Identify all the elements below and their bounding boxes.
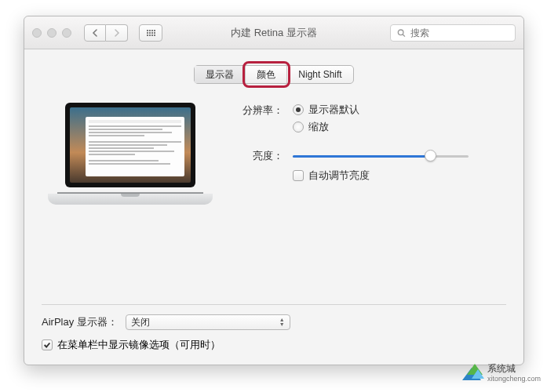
checkbox-label: 在菜单栏中显示镜像选项（可用时）	[57, 338, 221, 352]
radio-label: 缩放	[308, 120, 329, 134]
radio-icon	[293, 104, 304, 115]
checkbox-icon	[42, 339, 53, 350]
auto-brightness-checkbox[interactable]: 自动调节亮度	[293, 169, 500, 183]
checkbox-label: 自动调节亮度	[308, 169, 370, 183]
zoom-icon[interactable]	[62, 28, 71, 38]
laptop-graphic	[48, 103, 213, 205]
resolution-option-default[interactable]: 显示器默认	[293, 103, 500, 117]
display-preview	[48, 101, 228, 205]
watermark-icon	[462, 364, 483, 384]
search-field[interactable]	[390, 24, 516, 42]
resolution-label: 分辨率：	[228, 103, 283, 118]
content-area: 分辨率： 显示器默认 缩放 亮度：	[24, 84, 523, 205]
grid-icon	[147, 30, 155, 36]
brightness-slider[interactable]	[293, 150, 469, 162]
airplay-label: AirPlay 显示器：	[42, 315, 118, 329]
window-controls	[32, 28, 71, 38]
divider	[42, 304, 506, 305]
show-all-button[interactable]	[139, 24, 162, 42]
close-icon[interactable]	[32, 28, 42, 38]
search-icon	[397, 28, 406, 38]
preferences-window: 内建 Retina 显示器 显示器 颜色 Night Shift	[24, 16, 524, 365]
radio-icon	[293, 122, 304, 132]
svg-point-0	[398, 30, 403, 35]
settings-panel: 分辨率： 显示器默认 缩放 亮度：	[228, 101, 500, 205]
tab-display[interactable]: 显示器	[195, 66, 246, 83]
nav-buttons	[84, 24, 128, 42]
resolution-option-scaled[interactable]: 缩放	[293, 120, 500, 134]
footer: AirPlay 显示器： 关闭 ▲▼ 在菜单栏中显示镜像选项（可用时）	[42, 304, 506, 352]
chevron-updown-icon: ▲▼	[279, 318, 285, 327]
airplay-select[interactable]: 关闭 ▲▼	[126, 314, 290, 330]
radio-label: 显示器默认	[308, 103, 359, 117]
watermark: 系统城 xitongcheng.com	[462, 364, 541, 384]
tab-night-shift[interactable]: Night Shift	[287, 66, 352, 83]
watermark-url: xitongcheng.com	[487, 374, 541, 384]
select-value: 关闭	[131, 316, 150, 329]
menubar-mirror-checkbox[interactable]: 在菜单栏中显示镜像选项（可用时）	[42, 338, 506, 352]
tab-bar: 显示器 颜色 Night Shift	[24, 65, 523, 84]
brightness-label: 亮度：	[228, 148, 283, 163]
titlebar: 内建 Retina 显示器	[24, 16, 523, 49]
back-button[interactable]	[84, 24, 106, 42]
svg-line-1	[403, 34, 405, 36]
watermark-name: 系统城	[487, 364, 541, 374]
forward-button[interactable]	[106, 24, 128, 42]
search-input[interactable]	[410, 27, 509, 38]
minimize-icon[interactable]	[47, 28, 57, 38]
checkbox-icon	[293, 170, 304, 181]
tab-color[interactable]: 颜色	[246, 66, 287, 83]
